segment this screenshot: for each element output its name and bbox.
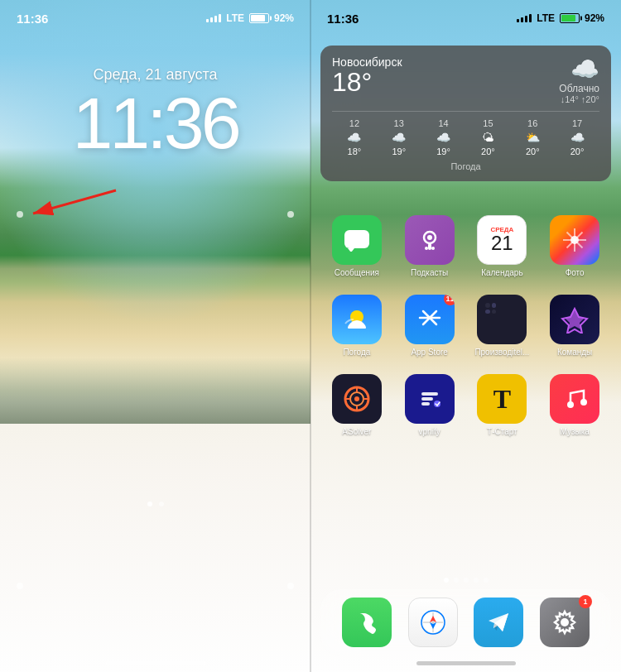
svg-line-1 — [33, 190, 116, 214]
app-grid: Сообщения Подкасты СРЕДА 21 — [320, 215, 611, 454]
app-productivity[interactable]: Производitel... — [472, 295, 532, 358]
app-tbank[interactable]: Т Т-Старт — [472, 374, 532, 437]
app-messages[interactable]: Сообщения — [327, 215, 387, 278]
messages-label: Сообщения — [335, 268, 379, 278]
podcasts-icon — [405, 215, 455, 265]
appstore-icon: 11 — [405, 295, 455, 344]
app-appstore[interactable]: 11 App Store — [400, 295, 460, 358]
photos-icon — [550, 215, 599, 265]
home-battery-icon — [560, 13, 580, 23]
phone-icon — [342, 598, 392, 647]
svg-point-23 — [580, 399, 587, 406]
forecast-day-2: 13 ☁️ 19° — [377, 118, 421, 156]
forecast-temp-6: 20° — [555, 146, 599, 156]
app-asolver[interactable]: ASolver — [327, 374, 387, 437]
dock: 1 — [320, 589, 611, 655]
bottom-right-dot — [287, 583, 294, 589]
app-row-1: Сообщения Подкасты СРЕДА 21 — [320, 215, 611, 278]
svg-point-9 — [570, 236, 579, 244]
weather-right: ☁️ Облачно ↓14° ↑20° — [559, 55, 599, 104]
forecast-icon-5: ⛅ — [510, 131, 555, 144]
safari-icon — [408, 598, 458, 647]
home-battery-percent: 92% — [585, 12, 604, 24]
svg-rect-8 — [431, 247, 435, 250]
forecast-day-6: 17 ☁️ 20° — [555, 118, 599, 156]
podcasts-label: Подкасты — [411, 268, 448, 278]
lte-label: LTE — [226, 12, 244, 24]
page-dot-2 — [159, 502, 164, 506]
lock-home-indicator[interactable] — [106, 661, 205, 665]
forecast-date-5: 16 — [510, 118, 555, 128]
signal-icon — [206, 14, 221, 22]
forecast-icon-2: ☁️ — [377, 131, 421, 144]
calendar-icon: СРЕДА 21 — [477, 215, 527, 265]
forecast-date-4: 15 — [465, 118, 510, 128]
battery-icon — [249, 13, 269, 23]
svg-point-13 — [354, 396, 359, 401]
app-row-2: Погода 11 App Store — [320, 295, 611, 358]
appstore-label: App Store — [411, 348, 447, 358]
app-calendar[interactable]: СРЕДА 21 Календарь — [472, 215, 532, 278]
svg-marker-3 — [348, 248, 354, 252]
shortcuts-label: Команды — [557, 348, 592, 358]
battery-fill — [251, 15, 265, 22]
asolver-label: ASolver — [342, 427, 371, 437]
red-arrow — [17, 182, 124, 223]
weather-app-label: Погода — [332, 161, 599, 171]
app-podcasts[interactable]: Подкасты — [400, 215, 460, 278]
shortcuts-icon — [550, 295, 599, 344]
asolver-icon — [332, 374, 382, 424]
home-battery-fill — [561, 15, 575, 22]
page-dot-1 — [147, 502, 152, 506]
weather-forecast: 12 ☁️ 18° 13 ☁️ 19° 14 ☁️ 19° 15 🌤 20° 1… — [332, 111, 599, 156]
app-music[interactable]: Музыка — [545, 374, 604, 437]
telegram-icon — [474, 598, 523, 647]
home-status-bar: 11:36 LTE 92% — [310, 0, 621, 36]
dock-settings[interactable]: 1 — [540, 598, 590, 647]
weather-condition: Облачно — [559, 83, 599, 94]
weather-widget[interactable]: Новосибирск 18° ☁️ Облачно ↓14° ↑20° 12 … — [320, 46, 611, 181]
svg-rect-2 — [344, 230, 369, 248]
calendar-day-number: 21 — [491, 233, 513, 253]
weather-label-app: Погода — [343, 348, 370, 358]
home-status-right: LTE 92% — [517, 12, 604, 24]
dock-safari[interactable] — [408, 598, 458, 647]
weather-low-temp: 14° — [565, 94, 579, 104]
dock-phone[interactable] — [342, 598, 392, 647]
lock-screen: 11:36 LTE 92% Среда, 21 августа 11:36 — [0, 0, 310, 672]
productivity-grid — [480, 298, 501, 319]
forecast-temp-3: 19° — [421, 146, 466, 156]
forecast-date-2: 13 — [377, 118, 421, 128]
weather-low-high: ↓14° ↑20° — [559, 94, 599, 104]
lock-bottom-dots — [0, 583, 310, 589]
app-photos[interactable]: Фото — [545, 215, 604, 278]
productivity-label: Производitel... — [474, 348, 529, 358]
forecast-day-5: 16 ⛅ 20° — [510, 118, 555, 156]
lock-time: 11:36 — [0, 87, 310, 160]
forecast-icon-4: 🌤 — [465, 131, 510, 144]
dock-telegram[interactable] — [474, 598, 523, 647]
app-row-3: ASolver vpnify Т Т-Стар — [320, 374, 611, 437]
tbank-label: Т-Старт — [487, 427, 518, 437]
settings-badge: 1 — [579, 595, 592, 608]
home-signal-icon — [517, 14, 532, 22]
screen-divider — [310, 0, 311, 672]
weather-cloud-icon: ☁️ — [559, 55, 599, 83]
weather-icon — [332, 295, 382, 344]
home-page-dots — [310, 578, 621, 583]
app-shortcuts[interactable]: Команды — [545, 295, 604, 358]
home-dot-4 — [474, 578, 479, 583]
app-weather[interactable]: Погода — [327, 295, 387, 358]
home-indicator[interactable] — [416, 661, 516, 665]
music-icon — [550, 374, 599, 424]
prod-2 — [492, 303, 497, 308]
app-vpnify[interactable]: vpnify — [400, 374, 460, 437]
home-dot-1 — [444, 578, 449, 583]
bottom-left-dot — [17, 583, 23, 589]
vpnify-icon — [405, 374, 455, 424]
svg-point-22 — [567, 401, 574, 408]
music-label: Музыка — [560, 427, 589, 437]
settings-icon: 1 — [540, 598, 590, 647]
forecast-date-6: 17 — [555, 118, 599, 128]
forecast-temp-4: 20° — [465, 146, 510, 156]
